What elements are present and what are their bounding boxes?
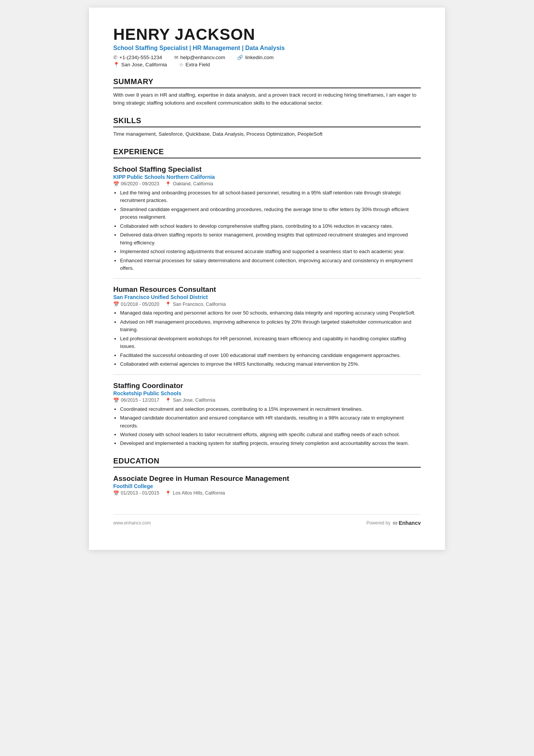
linkedin-icon: 🔗 (237, 55, 243, 60)
skills-section: SKILLS Time management, Salesforce, Quic… (113, 116, 421, 138)
contact-row-2: 📍 San Jose, California ☆ Extra Field (113, 62, 421, 68)
tagline: School Staffing Specialist | HR Manageme… (113, 45, 421, 52)
phone-value: +1-(234)-555-1234 (119, 55, 162, 60)
phone-icon: ✆ (113, 55, 117, 60)
list-item: Advised on HR management procedures, imp… (120, 318, 421, 334)
experience-title: EXPERIENCE (113, 147, 421, 158)
job-2-bullets: Managed data reporting and personnel act… (120, 309, 421, 368)
job-2-dates: 📅 01/2018 - 05/2020 (113, 301, 159, 307)
list-item: Developed and implemented a tracking sys… (120, 440, 421, 447)
list-item: Coordinated recruitment and selection pr… (120, 405, 421, 413)
job-1-meta: 📅 06/2020 - 09/2023 📍 Oakland, Californi… (113, 181, 421, 187)
job-1-company: KIPP Public Schools Northern California (113, 174, 421, 180)
email-icon: ✉ (174, 55, 178, 60)
job-2-title: Human Resources Consultant (113, 285, 421, 294)
job-3-company: Rocketship Public Schools (113, 390, 421, 396)
job-1-dates: 📅 06/2020 - 09/2023 (113, 181, 159, 187)
job-2: Human Resources Consultant San Francisco… (113, 285, 421, 368)
job-3-bullets: Coordinated recruitment and selection pr… (120, 405, 421, 448)
contact-row-1: ✆ +1-(234)-555-1234 ✉ help@enhancv.com 🔗… (113, 55, 421, 61)
location-value: San Jose, California (121, 62, 167, 67)
edu-1-dates: 📅 01/2013 - 01/2015 (113, 490, 159, 496)
job-divider-2 (113, 374, 421, 375)
list-item: Delivered data-driven staffing reports t… (120, 231, 421, 247)
calendar-icon-3: 📅 (113, 398, 119, 403)
location-icon: 📍 (113, 62, 119, 67)
edu-1-institution: Foothill College (113, 483, 421, 489)
location-icon-edu: 📍 (165, 490, 171, 496)
location-icon-2: 📍 (165, 301, 171, 307)
summary-title: SUMMARY (113, 77, 421, 88)
edu-1-meta: 📅 01/2013 - 01/2015 📍 Los Altos Hills, C… (113, 490, 421, 496)
footer: www.enhancv.com Powered by ∞ Enhancv (113, 514, 421, 527)
job-3-title: Staffing Coordinator (113, 382, 421, 390)
job-divider-1 (113, 278, 421, 279)
list-item: Managed candidate documentation and ensu… (120, 414, 421, 430)
phone-contact: ✆ +1-(234)-555-1234 (113, 55, 162, 60)
footer-brand: Powered by ∞ Enhancv (366, 519, 421, 527)
edu-entry-1: Associate Degree in Human Resource Manag… (113, 474, 421, 496)
star-icon: ☆ (179, 62, 184, 67)
skills-title: SKILLS (113, 116, 421, 127)
extra-field-value: Extra Field (186, 62, 210, 67)
job-1-title: School Staffing Specialist (113, 165, 421, 174)
job-3-location: 📍 San Jose, California (165, 398, 215, 403)
list-item: Collaborated with school leaders to deve… (120, 222, 421, 230)
calendar-icon-2: 📅 (113, 301, 119, 307)
job-3-dates: 📅 06/2015 - 12/2017 (113, 398, 159, 403)
header: HENRY JACKSON School Staffing Specialist… (113, 26, 421, 68)
job-1: School Staffing Specialist KIPP Public S… (113, 165, 421, 272)
skills-text: Time management, Salesforce, Quickbase, … (113, 130, 421, 138)
job-2-meta: 📅 01/2018 - 05/2020 📍 San Francisco, Cal… (113, 301, 421, 307)
job-3-meta: 📅 06/2015 - 12/2017 📍 San Jose, Californ… (113, 398, 421, 403)
enhancv-brand-name: Enhancv (399, 520, 421, 526)
enhancv-logo-icon: ∞ (393, 519, 397, 527)
edu-1-degree: Associate Degree in Human Resource Manag… (113, 474, 421, 483)
list-item: Implemented school rostering adjustments… (120, 248, 421, 255)
location-icon-1: 📍 (165, 181, 171, 187)
location-contact: 📍 San Jose, California (113, 62, 167, 67)
job-1-location: 📍 Oakland, California (165, 181, 213, 187)
extra-field-contact: ☆ Extra Field (179, 62, 210, 67)
job-3: Staffing Coordinator Rocketship Public S… (113, 382, 421, 448)
full-name: HENRY JACKSON (113, 26, 421, 43)
list-item: Facilitated the successful onboarding of… (120, 352, 421, 359)
email-contact: ✉ help@enhancv.com (174, 55, 225, 60)
education-section: EDUCATION Associate Degree in Human Reso… (113, 457, 421, 496)
summary-section: SUMMARY With over 8 years in HR and staf… (113, 77, 421, 107)
list-item: Streamlined candidate engagement and onb… (120, 206, 421, 221)
list-item: Worked closely with school leaders to ta… (120, 431, 421, 438)
experience-section: EXPERIENCE School Staffing Specialist KI… (113, 147, 421, 448)
job-1-bullets: Led the hiring and onboarding processes … (120, 189, 421, 272)
education-title: EDUCATION (113, 457, 421, 468)
job-2-company: San Francisco Unified School District (113, 294, 421, 300)
list-item: Managed data reporting and personnel act… (120, 309, 421, 317)
linkedin-contact: 🔗 linkedin.com (237, 55, 273, 60)
list-item: Led the hiring and onboarding processes … (120, 189, 421, 205)
powered-by-label: Powered by (366, 520, 390, 526)
email-value: help@enhancv.com (180, 55, 225, 60)
job-2-location: 📍 San Francisco, California (165, 301, 226, 307)
linkedin-value: linkedin.com (245, 55, 273, 60)
calendar-icon-1: 📅 (113, 181, 119, 187)
list-item: Collaborated with external agencies to i… (120, 360, 421, 368)
footer-url: www.enhancv.com (113, 520, 151, 526)
location-icon-3: 📍 (165, 398, 171, 403)
resume-page: HENRY JACKSON School Staffing Specialist… (89, 8, 445, 550)
edu-1-location: 📍 Los Altos Hills, California (165, 490, 225, 496)
enhancv-logo: ∞ Enhancv (393, 519, 421, 527)
list-item: Enhanced internal processes for salary d… (120, 257, 421, 272)
list-item: Led professional development workshops f… (120, 335, 421, 351)
calendar-icon-edu: 📅 (113, 490, 119, 496)
summary-text: With over 8 years in HR and staffing, ex… (113, 91, 421, 107)
